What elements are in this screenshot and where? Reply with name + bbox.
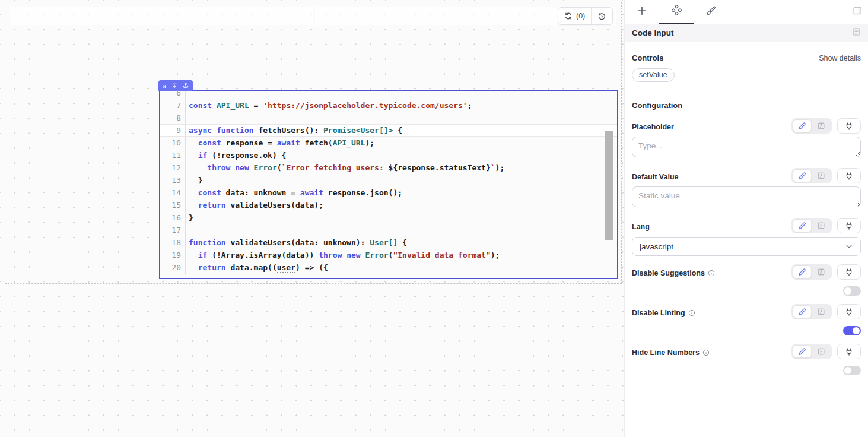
- js-mode-button[interactable]: [812, 169, 831, 182]
- code-input-widget[interactable]: a 67const API_URL = 'https://jsonplaceho…: [159, 90, 618, 279]
- edit-mode-button[interactable]: [793, 345, 812, 358]
- controls-title: Controls: [632, 53, 663, 62]
- code-line: 12 throw new Error(`Error fetching users…: [160, 162, 617, 174]
- canvas-toolbar: (0): [558, 7, 613, 25]
- paintbrush-icon: [705, 5, 717, 19]
- field-lang: Lang javascript: [632, 218, 861, 256]
- field-disable-linting: Disable Linting: [632, 304, 861, 335]
- code-line: 20 return data.map((user) => ({: [160, 261, 617, 274]
- tab-add[interactable]: [625, 0, 659, 24]
- refresh-count-label: (0): [576, 12, 585, 20]
- tab-style[interactable]: [694, 0, 728, 24]
- info-icon: [708, 270, 715, 277]
- edit-mode-button[interactable]: [793, 305, 812, 318]
- binding-mode-segment: [791, 118, 832, 134]
- field-label: Lang: [632, 223, 650, 231]
- insert-below-icon[interactable]: [171, 83, 177, 89]
- collapse-panel-icon[interactable]: [853, 6, 862, 18]
- lang-select[interactable]: javascript: [632, 237, 861, 256]
- code-line: 16}: [160, 211, 617, 224]
- js-mode-button[interactable]: [812, 119, 831, 132]
- setvalue-button[interactable]: setValue: [632, 68, 675, 82]
- tab-widget-properties[interactable]: [659, 0, 694, 24]
- code-line: 17: [160, 224, 617, 236]
- connect-data-button[interactable]: [837, 344, 861, 359]
- code-line: 9async function fetchUsers(): Promise<Us…: [160, 124, 617, 137]
- editor-canvas[interactable]: (0) a: [0, 0, 624, 437]
- anchor-icon[interactable]: [183, 83, 189, 89]
- code-line: 8: [160, 112, 617, 124]
- ghost-widget-slot: [10, 7, 313, 25]
- show-details-link[interactable]: Show details: [819, 54, 861, 62]
- widget-title: Code Input: [632, 28, 674, 37]
- docs-icon[interactable]: [852, 27, 861, 39]
- chevron-down-icon: [845, 242, 853, 251]
- history-button[interactable]: [592, 8, 612, 24]
- connect-data-button[interactable]: [837, 218, 861, 233]
- app-window: (0) a: [0, 0, 868, 437]
- field-label: Disable Suggestions: [632, 269, 705, 277]
- history-icon: [597, 12, 606, 21]
- field-default-value: Default Value: [632, 168, 861, 210]
- connect-data-button[interactable]: [837, 168, 861, 183]
- binding-mode-segment: [791, 344, 832, 359]
- panel-tabs: [625, 0, 868, 24]
- field-label: Disable Linting: [632, 309, 685, 317]
- code-line: 18function validateUsers(data: unknown):…: [160, 236, 617, 249]
- binding-mode-segment: [791, 168, 832, 183]
- code-line: 14 const data: unknown = await response.…: [160, 186, 617, 199]
- connect-data-button[interactable]: [837, 118, 861, 134]
- configuration-title: Configuration: [632, 101, 861, 110]
- lang-select-value: javascript: [640, 242, 673, 251]
- field-label: Placeholder: [632, 123, 674, 131]
- info-icon: [702, 349, 710, 356]
- code-line: 10 const response = await fetch(API_URL)…: [160, 137, 617, 149]
- hide-line-numbers-toggle[interactable]: [843, 366, 861, 375]
- placeholder-input[interactable]: [632, 137, 861, 157]
- widget-name-badge[interactable]: a: [158, 80, 193, 91]
- edit-mode-button[interactable]: [793, 219, 812, 232]
- divider: [632, 91, 861, 91]
- field-hide-line-numbers: Hide Line Numbers: [632, 344, 861, 375]
- code-line: 11 if (!response.ok) {: [160, 149, 617, 162]
- js-mode-button[interactable]: [812, 345, 831, 358]
- code-line: 6: [160, 91, 617, 99]
- disable-suggestions-toggle[interactable]: [843, 286, 861, 296]
- binding-mode-segment: [791, 218, 832, 233]
- connect-data-button[interactable]: [837, 264, 861, 280]
- edit-mode-button[interactable]: [793, 169, 812, 182]
- field-placeholder: Placeholder: [632, 118, 861, 160]
- code-line: 7const API_URL = 'https://jsonplaceholde…: [160, 99, 617, 112]
- field-label: Default Value: [632, 173, 679, 181]
- widget-header: Code Input: [625, 24, 868, 42]
- widget-name-label: a: [163, 83, 166, 90]
- widgets-icon: [671, 5, 682, 18]
- edit-mode-button[interactable]: [793, 265, 812, 278]
- refresh-count-button[interactable]: (0): [558, 8, 591, 24]
- field-disable-suggestions: Disable Suggestions: [632, 264, 861, 296]
- code-line: 19 if (!Array.isArray(data)) throw new E…: [160, 249, 617, 261]
- connect-data-button[interactable]: [837, 304, 861, 319]
- js-mode-button[interactable]: [812, 305, 831, 318]
- default-value-input[interactable]: [632, 186, 861, 207]
- code-editor[interactable]: 67const API_URL = 'https://jsonplacehold…: [160, 91, 617, 278]
- binding-mode-segment: [791, 304, 832, 319]
- property-panel: Code Input Controls Show details setValu…: [624, 0, 868, 437]
- binding-mode-segment: [791, 264, 832, 280]
- divider: [632, 385, 861, 385]
- editor-scrollbar[interactable]: [605, 131, 613, 240]
- controls-section: Controls Show details setValue: [625, 53, 868, 91]
- edit-mode-button[interactable]: [793, 119, 812, 132]
- code-lines: 67const API_URL = 'https://jsonplacehold…: [160, 91, 617, 274]
- plus-icon: [637, 5, 647, 18]
- code-line: 15 return validateUsers(data);: [160, 199, 617, 211]
- js-mode-button[interactable]: [812, 265, 831, 278]
- disable-linting-toggle[interactable]: [843, 326, 861, 335]
- configuration-section: Configuration Placeholder: [625, 101, 868, 385]
- js-mode-button[interactable]: [812, 219, 831, 232]
- field-label: Hide Line Numbers: [632, 349, 700, 357]
- refresh-icon: [564, 12, 573, 20]
- code-line: 13 }: [160, 174, 617, 186]
- info-icon: [688, 309, 695, 316]
